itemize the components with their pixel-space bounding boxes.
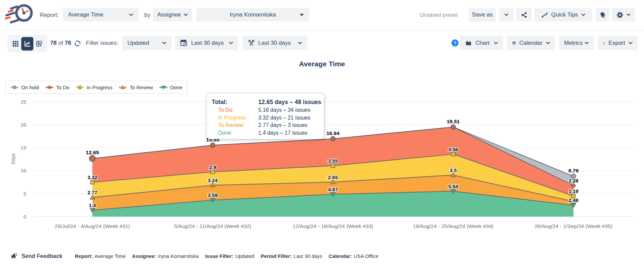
tooltip-row-value: 2.77 days – 3 issues <box>258 122 324 128</box>
summary-value: USA Office <box>354 253 378 259</box>
table-view-button[interactable] <box>33 37 45 51</box>
data-label: 3.5 <box>450 167 457 173</box>
quick-tips-button[interactable]: Quick Tips <box>534 8 592 22</box>
chevron-down-icon <box>494 42 498 44</box>
share-icon <box>521 12 527 18</box>
download-icon <box>603 40 605 46</box>
summary-assignee: Assignee:Iryna Komarnitska <box>132 253 199 259</box>
grid-view-button[interactable] <box>9 37 21 51</box>
x-axis-category-label: 12/Aug/24 - 18/Aug/24 (Week #33) <box>293 223 373 229</box>
send-feedback-button[interactable]: Send Feedback <box>10 249 62 263</box>
share-button[interactable] <box>516 8 532 22</box>
calendar-icon <box>512 40 516 46</box>
time-filter-select[interactable]: Last 30 days <box>243 36 307 50</box>
chart-section: Average Time On holdTo DoIn ProgressTo R… <box>0 56 644 249</box>
issues-count: 78 of 78 <box>50 30 71 56</box>
save-as-button[interactable]: Save as <box>469 8 496 22</box>
data-label: 4.56 <box>448 146 458 152</box>
y-axis-tick-label: 10 <box>21 168 26 173</box>
assignee-select-value: Iryna Komarnitska <box>230 11 276 18</box>
by-label: by <box>144 0 150 30</box>
metrics-select[interactable]: Metrics <box>559 36 594 50</box>
legend-label: To Do <box>56 85 69 90</box>
chart-view-button[interactable] <box>21 37 33 51</box>
settings-button[interactable] <box>612 8 635 22</box>
group-by-select[interactable]: Assignee <box>153 8 192 22</box>
legend-item-on-hold[interactable]: On hold <box>10 85 39 90</box>
chart-title: Average Time <box>0 60 644 68</box>
area-chart-icon <box>465 40 472 46</box>
gear-icon <box>616 11 623 19</box>
export-select[interactable]: Export <box>598 36 638 50</box>
data-label: 3.55 <box>328 158 338 164</box>
footer: Send Feedback Report:Average Time Assign… <box>0 249 644 265</box>
x-axis-category-label: 26/Aug/24 - 1/Sep/24 (Week #35) <box>534 223 612 229</box>
point-in-progress[interactable] <box>451 152 455 156</box>
data-label: 2.9 <box>209 164 216 170</box>
legend-item-to-review[interactable]: To Review <box>118 85 153 90</box>
chevron-down-icon <box>184 13 188 16</box>
notifications-button[interactable] <box>596 8 609 22</box>
summary-label: Assignee: <box>132 253 156 259</box>
summary-value: Iryna Komarnitska <box>158 253 199 259</box>
data-label: 3.32 <box>87 174 97 180</box>
summary-value: Updated <box>235 253 254 259</box>
data-label: 16.94 <box>326 130 340 136</box>
period-filter-select[interactable]: Last 30 days <box>175 36 238 50</box>
x-axis-category-label: 29/Jul/24 - 4/Aug/24 (Week #31) <box>55 223 130 229</box>
period-filter-value: Last 30 days <box>191 40 224 46</box>
data-label: 4.87 <box>328 187 338 192</box>
point-in-progress[interactable] <box>211 170 214 174</box>
y-axis-tick-label: 5 <box>24 191 26 197</box>
data-label: 1.19 <box>568 188 578 194</box>
legend-marker-icon <box>45 85 54 90</box>
legend-item-done[interactable]: Done <box>159 85 182 90</box>
issues-shown: 78 <box>50 40 57 46</box>
data-label: 2.28 <box>568 178 578 184</box>
y-axis-title: Days <box>10 154 16 164</box>
refresh-icon <box>74 40 81 47</box>
chart-tooltip: Total: 12.65 days – 48 issues To Do: 5.1… <box>207 93 324 139</box>
issue-filter-select[interactable]: Updated <box>122 36 172 50</box>
calendar-select[interactable]: Calendar <box>507 36 555 50</box>
tooltip-row-label: To Do: <box>212 107 258 113</box>
help-button[interactable]: ? <box>451 39 459 46</box>
send-feedback-label: Send Feedback <box>22 253 62 259</box>
bell-icon <box>599 11 606 19</box>
legend-item-in-progress[interactable]: In Progress <box>76 85 113 90</box>
report-summary: Report:Average Time Assignee:Iryna Komar… <box>75 249 378 263</box>
summary-label: Period Filter: <box>261 253 292 259</box>
save-as-dropdown-button[interactable] <box>499 8 514 22</box>
legend-marker-icon <box>118 85 127 90</box>
quick-tips-label: Quick Tips <box>551 11 578 18</box>
tooltip-row-label: In Progress: <box>212 115 258 121</box>
summary-value: Average Time <box>94 253 125 259</box>
calendar-select-label: Calendar <box>519 40 543 46</box>
report-select-value: Average Time <box>68 11 104 18</box>
app-logo <box>5 3 33 28</box>
grid-icon <box>12 40 19 47</box>
refresh-button[interactable] <box>74 40 81 47</box>
assignee-select[interactable]: Iryna Komarnitska <box>197 8 309 22</box>
point-in-progress[interactable] <box>90 180 94 184</box>
data-label: 3.24 <box>208 177 218 183</box>
tooltip-total-label: Total: <box>212 99 258 106</box>
table-icon <box>36 40 42 47</box>
chevron-down-icon <box>298 42 302 44</box>
y-axis-tick-label: 15 <box>21 145 26 151</box>
report-select[interactable]: Average Time <box>63 8 139 22</box>
issues-total: 78 <box>65 40 71 46</box>
legend-label: To Review <box>129 85 153 90</box>
chevron-down-icon <box>229 42 233 44</box>
summary-value: Last 30 days <box>294 253 322 259</box>
chart-legend: On holdTo DoIn ProgressTo ReviewDone <box>5 81 187 94</box>
legend-item-to-do[interactable]: To Do <box>45 85 69 90</box>
help-question-mark: ? <box>453 40 457 46</box>
export-select-label: Export <box>609 40 625 46</box>
point-in-progress[interactable] <box>331 164 335 168</box>
legend-marker-icon <box>159 85 168 90</box>
chart-type-select[interactable]: Chart <box>460 36 503 50</box>
legend-marker-icon <box>10 85 19 90</box>
filter-issues-label: Filter issues: <box>86 30 118 56</box>
group-by-select-value: Assignee <box>157 11 181 18</box>
